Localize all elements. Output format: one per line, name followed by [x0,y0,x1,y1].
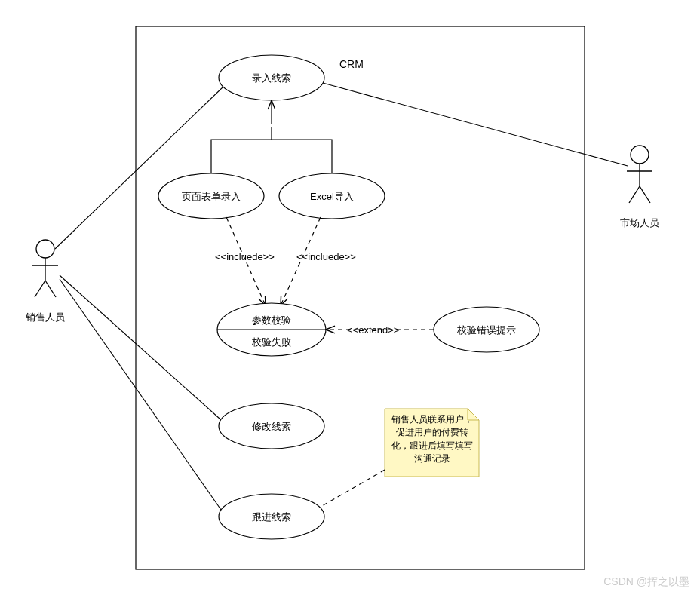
note-text-wrap: 销售人员联系用户，促进用户的付费转化，跟进后填写填写沟通记录 [389,413,475,474]
svg-line-8 [629,186,640,203]
usecase-follow-lead-label: 跟进线索 [252,511,291,523]
usecase-enter-lead-label: 录入线索 [252,72,291,84]
usecase-param-bottom-label: 校验失败 [251,336,291,348]
assoc-sales-follow [60,279,221,510]
assoc-sales-enter [55,87,223,249]
watermark: CSDN @挥之以墨 [603,575,689,589]
usecase-form-entry-label: 页面表单录入 [182,191,241,202]
svg-point-5 [631,146,649,164]
usecase-excel-import-label: Excel导入 [310,191,354,202]
generalization-tree [211,127,332,151]
extend-label: <<extend>> [347,324,399,336]
actor-sales [32,240,58,297]
svg-line-9 [640,186,650,203]
usecase-param-top-label: 参数校验 [252,314,291,326]
usecase-modify-lead-label: 修改线索 [252,421,291,432]
svg-point-0 [36,240,54,258]
assoc-marketing-enter [323,83,628,166]
usecase-error-tip-label: 校验错误提示 [456,324,516,336]
note-text: 销售人员联系用户，促进用户的付费转化，跟进后填写填写沟通记录 [389,413,475,466]
assoc-sales-modify [60,275,220,419]
actor-sales-label: 销售人员 [25,311,65,323]
system-label: CRM [339,58,364,70]
actor-marketing-label: 市场人员 [620,217,659,228]
svg-line-3 [35,281,45,297]
note-attach [321,470,385,507]
system-boundary [136,26,585,569]
include-label-excel: <<incluede>> [296,251,356,262]
svg-line-4 [45,281,56,297]
usecase-diagram: CRM 录入线索 页面表单录入 Excel导入 <<incluede>> <<i… [0,0,700,598]
actor-marketing [627,146,652,203]
include-label-form: <<incluede>> [215,251,275,262]
